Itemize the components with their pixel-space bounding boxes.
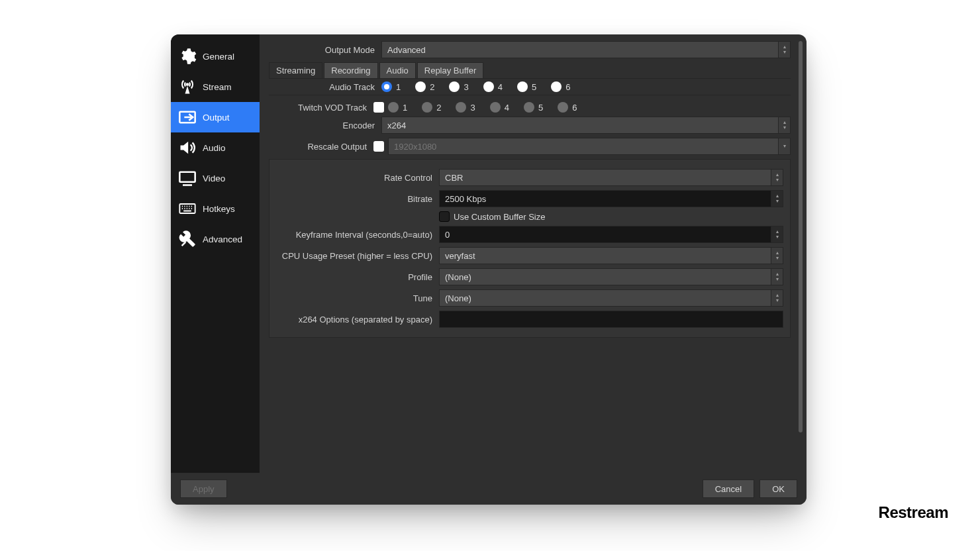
sidebar-item-advanced[interactable]: Advanced [171,224,260,254]
x264-options-label: x264 Options (separated by space) [276,315,439,325]
ok-button[interactable]: OK [760,479,797,498]
audio-track-row: Audio Track 1 2 3 4 5 6 [269,81,791,95]
svg-point-0 [186,83,189,86]
cpu-preset-row: CPU Usage Preset (higher = less CPU) ver… [276,247,783,264]
rescale-row: Rescale Output 1920x1080 ▾ [269,138,791,155]
twitch-vod-3[interactable]: 3 [456,102,475,113]
antenna-icon [177,77,197,97]
sidebar-label-audio: Audio [203,143,226,153]
audio-track-group: 1 2 3 4 5 6 [381,81,791,92]
output-mode-select[interactable]: Advanced ▴▾ [381,41,791,58]
twitch-vod-group: 1 2 3 4 5 6 [388,102,791,113]
encoder-label: Encoder [269,121,381,130]
chevron-updown-icon: ▴▾ [771,170,783,185]
twitch-vod-row: Twitch VOD Track 1 2 3 4 5 6 [269,99,791,113]
encoder-select[interactable]: x264 ▴▾ [381,117,791,134]
rate-control-select[interactable]: CBR ▴▾ [439,169,783,186]
twitch-vod-label: Twitch VOD Track [269,103,373,113]
output-mode-label: Output Mode [269,45,381,55]
tune-label: Tune [276,293,439,303]
keyframe-input[interactable]: 0 ▴▾ [439,226,783,243]
chevron-updown-icon: ▴▾ [771,290,783,306]
audio-track-2[interactable]: 2 [415,81,434,92]
svg-rect-2 [179,172,195,182]
twitch-vod-2[interactable]: 2 [422,102,441,113]
custom-buffer-checkbox[interactable] [439,211,450,222]
audio-track-4[interactable]: 4 [483,81,503,92]
keyframe-label: Keyframe Interval (seconds,0=auto) [276,230,439,240]
scrollbar[interactable] [799,41,803,466]
audio-track-3[interactable]: 3 [449,81,468,92]
x264-options-row: x264 Options (separated by space) [276,311,783,328]
rate-control-row: Rate Control CBR ▴▾ [276,169,783,186]
chevron-updown-icon: ▴▾ [778,42,790,58]
sidebar-label-video: Video [203,174,225,183]
twitch-vod-checkbox[interactable] [373,102,384,113]
twitch-vod-4[interactable]: 4 [490,102,509,113]
output-settings-panel: Output Mode Advanced ▴▾ Streaming Record… [260,34,799,473]
settings-sidebar: General Stream Output Audio [171,34,260,473]
x264-options-input[interactable] [439,311,783,328]
bitrate-row: Bitrate 2500 Kbps ▴▾ [276,190,783,207]
chevron-updown-icon: ▴▾ [771,269,783,285]
cancel-button[interactable]: Cancel [703,479,754,498]
profile-label: Profile [276,272,439,282]
chevron-updown-icon: ▴▾ [771,248,783,264]
audio-track-label: Audio Track [269,82,381,92]
audio-track-1[interactable]: 1 [381,81,401,92]
tune-row: Tune (None) ▴▾ [276,289,783,307]
twitch-vod-1[interactable]: 1 [388,102,407,113]
twitch-vod-6[interactable]: 6 [558,102,577,113]
sidebar-item-video[interactable]: Video [171,163,260,193]
encoder-row: Encoder x264 ▴▾ [269,117,791,134]
bitrate-label: Bitrate [276,194,439,204]
main-area: General Stream Output Audio [171,34,807,473]
speaker-icon [177,138,197,158]
encoder-settings-box: Rate Control CBR ▴▾ Bitrate 2500 [269,159,791,338]
cpu-preset-select[interactable]: veryfast ▴▾ [439,247,783,264]
sidebar-item-general[interactable]: General [171,41,260,72]
spinner-icon[interactable]: ▴▾ [771,191,783,207]
sidebar-item-audio[interactable]: Audio [171,132,260,163]
sidebar-item-hotkeys[interactable]: Hotkeys [171,193,260,224]
monitor-icon [177,168,197,188]
spinner-icon[interactable]: ▴▾ [771,226,783,242]
sidebar-item-stream[interactable]: Stream [171,72,260,102]
apply-button[interactable]: Apply [180,479,227,498]
audio-track-6[interactable]: 6 [551,81,570,92]
rescale-label: Rescale Output [269,142,373,152]
sidebar-label-general: General [203,52,234,62]
rate-control-label: Rate Control [276,173,439,183]
settings-window: General Stream Output Audio [171,34,807,505]
twitch-vod-5[interactable]: 5 [524,102,543,113]
rescale-select[interactable]: 1920x1080 ▾ [388,138,791,155]
restream-watermark: Restream [879,503,948,522]
sidebar-label-stream: Stream [203,82,232,92]
bitrate-input[interactable]: 2500 Kbps ▴▾ [439,190,783,207]
tab-recording[interactable]: Recording [324,62,377,78]
sidebar-label-output: Output [203,113,230,123]
dialog-footer: Apply Cancel OK [171,473,807,505]
tab-replay-buffer[interactable]: Replay Buffer [417,62,484,78]
keyboard-icon [177,199,197,219]
sidebar-label-hotkeys: Hotkeys [203,204,235,214]
custom-buffer-row: Use Custom Buffer Size [276,211,783,222]
scrollbar-thumb[interactable] [799,41,803,432]
tune-select[interactable]: (None) ▴▾ [439,289,783,307]
output-icon [177,107,197,127]
cpu-preset-label: CPU Usage Preset (higher = less CPU) [276,251,439,261]
custom-buffer-label: Use Custom Buffer Size [454,212,545,222]
rescale-checkbox[interactable] [373,141,384,152]
audio-track-5[interactable]: 5 [517,81,536,92]
output-tabs: Streaming Recording Audio Replay Buffer [269,62,791,79]
sidebar-item-output[interactable]: Output [171,102,260,132]
chevron-down-icon: ▾ [778,138,790,154]
tab-audio[interactable]: Audio [379,62,416,78]
profile-select[interactable]: (None) ▴▾ [439,268,783,285]
chevron-updown-icon: ▴▾ [778,117,790,133]
tools-icon [177,229,197,249]
keyframe-row: Keyframe Interval (seconds,0=auto) 0 ▴▾ [276,226,783,243]
output-mode-row: Output Mode Advanced ▴▾ [269,41,791,58]
gear-icon [177,46,197,66]
tab-streaming[interactable]: Streaming [269,62,322,78]
